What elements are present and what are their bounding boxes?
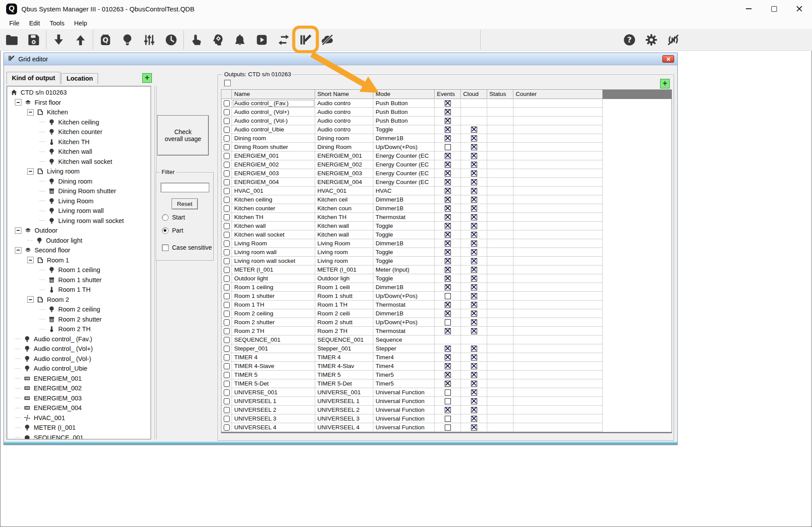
mode-cell[interactable]: Push Button (373, 99, 435, 108)
events-checkbox[interactable] (445, 205, 451, 212)
cloud-checkbox[interactable] (471, 311, 477, 317)
tree-item[interactable]: Kitchen wall (7, 147, 151, 157)
short-name-cell[interactable]: Living Room (315, 239, 373, 248)
cloud-checkbox[interactable] (471, 354, 477, 361)
mode-cell[interactable]: Thermostat (373, 213, 435, 222)
case-sensitive-checkbox[interactable] (162, 244, 169, 251)
cloud-checkbox[interactable] (471, 328, 477, 334)
cloud-checkbox[interactable] (471, 179, 477, 185)
name-cell[interactable]: Kitchen ceiling (232, 195, 315, 204)
output-row[interactable]: Kitchen wallKitchen wallToggle (221, 222, 671, 230)
mode-cell[interactable]: Universal Function (373, 423, 435, 432)
output-row[interactable]: Kitchen wall socketKitchen wallToggle (221, 230, 671, 239)
events-cell[interactable] (435, 160, 461, 169)
grid-editor-close-button[interactable] (662, 55, 674, 63)
name-cell[interactable]: TIMER 5-Det (232, 379, 315, 388)
name-cell[interactable]: Kitchen wall socket (232, 230, 315, 239)
name-cell[interactable]: Kitchen TH (232, 213, 315, 222)
cloud-cell[interactable] (461, 301, 487, 309)
events-checkbox[interactable] (445, 109, 451, 115)
row-checkbox[interactable] (224, 144, 230, 150)
tree-item[interactable]: Room 2 ceiling (7, 304, 151, 315)
name-cell[interactable]: HVAC_001 (232, 187, 315, 195)
mode-cell[interactable]: Energy Counter (EC (373, 169, 435, 178)
cloud-cell[interactable] (461, 169, 487, 178)
output-row[interactable]: HVAC_001HVAC_001HVAC (221, 187, 671, 195)
events-checkbox[interactable] (445, 293, 451, 299)
menu-item-edit[interactable]: Edit (24, 19, 45, 28)
toolbar-button-sliders[interactable] (139, 30, 160, 50)
mode-cell[interactable]: Thermostat (373, 327, 435, 336)
events-cell[interactable] (435, 327, 461, 336)
row-select-cell[interactable] (221, 134, 232, 143)
tree-item[interactable]: Audio control_ (Vol+) (7, 344, 151, 354)
row-select-cell[interactable] (221, 152, 232, 160)
events-checkbox[interactable] (445, 214, 451, 220)
column-header-mode[interactable]: Mode (373, 90, 435, 99)
short-name-cell[interactable]: UNIVERSE_001 (315, 388, 373, 397)
name-cell[interactable]: ENERGIEM_001 (232, 152, 315, 160)
output-add-button[interactable]: + (660, 79, 670, 88)
name-cell[interactable]: ENERGIEM_004 (232, 178, 315, 187)
events-cell[interactable] (435, 423, 461, 432)
short-name-cell[interactable]: Room 1 ceili (315, 283, 373, 292)
cloud-checkbox[interactable] (471, 381, 477, 387)
row-checkbox[interactable] (224, 258, 230, 264)
start-radio[interactable] (162, 214, 169, 221)
row-select-cell[interactable] (221, 239, 232, 248)
mode-cell[interactable]: Dimmer1B (373, 204, 435, 213)
toolbar-button-grid-editor[interactable] (295, 30, 316, 50)
tree-item[interactable]: ENERGIEM_003 (7, 393, 151, 403)
cloud-checkbox[interactable] (471, 241, 477, 247)
name-cell[interactable]: UNIVERSEEL 3 (232, 414, 315, 423)
mode-cell[interactable]: Toggle (373, 248, 435, 257)
cloud-cell[interactable] (461, 336, 487, 344)
mode-cell[interactable]: Up/Down(+Pos) (373, 143, 435, 152)
select-all-checkbox[interactable] (224, 80, 231, 86)
cloud-checkbox[interactable] (471, 284, 477, 290)
short-name-cell[interactable]: Room 1 TH (315, 301, 373, 309)
tree-item[interactable]: First floor (7, 98, 151, 108)
row-select-cell[interactable] (221, 362, 232, 371)
events-checkbox[interactable] (445, 328, 451, 334)
column-header-status[interactable]: Status (487, 90, 513, 99)
tree-item[interactable]: Dining Room shutter (7, 186, 151, 196)
events-cell[interactable] (435, 169, 461, 178)
output-row[interactable]: Room 1 shutterRoom 1 shuttUp/Down(+Pos) (221, 292, 671, 301)
menu-item-file[interactable]: File (4, 19, 24, 28)
tree-item[interactable]: Room 1 TH (7, 285, 151, 295)
events-checkbox[interactable] (445, 153, 451, 159)
grid-editor-title-bar[interactable]: Grid editor (4, 53, 677, 65)
row-checkbox[interactable] (224, 381, 230, 387)
row-select-cell[interactable] (221, 371, 232, 379)
row-select-cell[interactable] (221, 265, 232, 274)
row-checkbox[interactable] (224, 424, 230, 431)
tree-collapse-toggle[interactable] (15, 99, 21, 106)
short-name-cell[interactable]: Living room (315, 248, 373, 257)
events-cell[interactable] (435, 152, 461, 160)
row-checkbox[interactable] (224, 354, 230, 361)
tree-item[interactable]: Outdoor (7, 226, 151, 236)
cloud-cell[interactable] (461, 213, 487, 222)
row-checkbox[interactable] (224, 398, 230, 404)
row-select-cell[interactable] (221, 318, 232, 327)
cloud-checkbox[interactable] (471, 293, 477, 299)
name-cell[interactable]: Room 1 shutter (232, 292, 315, 301)
output-row[interactable]: UNIVERSEEL 4UNIVERSEEL 4Universal Functi… (221, 423, 671, 432)
mode-cell[interactable]: Energy Counter (EC (373, 152, 435, 160)
cloud-checkbox[interactable] (471, 302, 477, 308)
mode-cell[interactable]: Dimmer1B (373, 309, 435, 318)
short-name-cell[interactable]: Audio contro (315, 108, 373, 117)
cloud-cell[interactable] (461, 327, 487, 336)
tree-item[interactable]: CTD s/n 010263 (7, 88, 151, 98)
mode-cell[interactable]: Up/Down(+Pos) (373, 318, 435, 327)
minimize-button[interactable] (736, 0, 761, 18)
short-name-cell[interactable]: UNIVERSEEL 1 (315, 397, 373, 406)
tab-kind-of-output[interactable]: Kind of output (7, 72, 60, 84)
row-select-cell[interactable] (221, 353, 232, 362)
output-row[interactable]: Living room wall socketLiving roomToggle (221, 257, 671, 265)
name-cell[interactable]: TIMER 4-Slave (232, 362, 315, 371)
panel-splitter[interactable] (155, 86, 157, 439)
cloud-checkbox[interactable] (471, 372, 477, 378)
events-cell[interactable] (435, 222, 461, 230)
